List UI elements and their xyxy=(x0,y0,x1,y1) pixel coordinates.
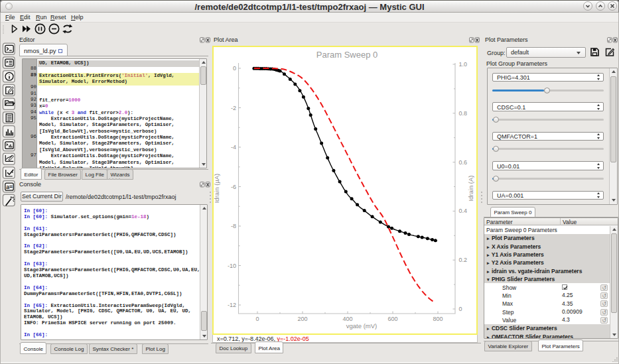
svg-text:1.0: 1.0 xyxy=(459,61,468,68)
svg-text:-10: -10 xyxy=(228,263,236,269)
svg-text:800: 800 xyxy=(433,316,443,322)
svg-text:a=: a= xyxy=(6,184,13,190)
svg-text:-8: -8 xyxy=(231,223,236,229)
svg-text:0: 0 xyxy=(459,306,462,312)
svg-text:600: 600 xyxy=(387,316,397,322)
svg-text:0.2: 0.2 xyxy=(459,257,468,263)
svg-text:400: 400 xyxy=(342,316,352,322)
svg-text:0: 0 xyxy=(233,65,236,72)
svg-text:-2: -2 xyxy=(231,105,236,111)
svg-text:0.8: 0.8 xyxy=(459,110,468,117)
svg-text:Idrain (µA): Idrain (µA) xyxy=(214,174,220,204)
svg-text:Idrain (A): Idrain (A) xyxy=(467,175,474,201)
svg-text:200: 200 xyxy=(297,316,307,322)
svg-text:-6: -6 xyxy=(231,184,236,190)
svg-text:-12: -12 xyxy=(228,302,236,308)
svg-text:0.6: 0.6 xyxy=(459,159,468,166)
svg-text:0: 0 xyxy=(255,316,259,322)
svg-text:0.4: 0.4 xyxy=(459,208,468,214)
svg-text:-4: -4 xyxy=(231,144,236,151)
svg-text:vgate (mV): vgate (mV) xyxy=(346,322,377,330)
svg-text:Param Sweep 0: Param Sweep 0 xyxy=(316,50,378,60)
